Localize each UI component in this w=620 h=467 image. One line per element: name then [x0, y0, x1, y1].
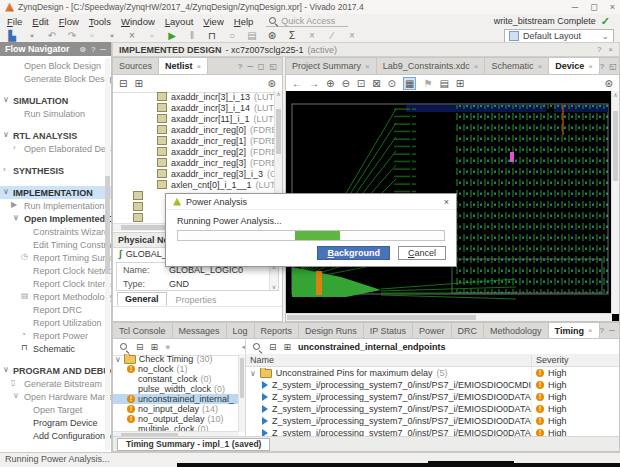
flow-item-open-target[interactable]: Open Target [0, 403, 111, 416]
schematic-toolbar-icon[interactable]: ⊓ [206, 30, 218, 41]
tree-item-constant-clock[interactable]: constant_clock(0) [113, 374, 245, 384]
search-icon[interactable] [119, 342, 129, 352]
forward-icon[interactable]: → [309, 78, 319, 89]
splitter-icon[interactable]: ◂ [241, 343, 245, 351]
search-icon[interactable] [252, 342, 262, 352]
flow-item-generate-block-design[interactable]: Generate Block Design [0, 72, 111, 85]
netlist-item[interactable]: axaddr_incr[3]_i_14(LUT3) [113, 102, 282, 113]
close-icon[interactable]: × [588, 326, 593, 335]
column-name[interactable]: Name [246, 355, 531, 365]
float-icon[interactable]: ◱ [269, 62, 277, 71]
tab-log[interactable]: Log [227, 323, 255, 338]
flow-item-report-power[interactable]: ◔Report Power [0, 329, 111, 342]
flow-section-simulation[interactable]: ∨SIMULATION [0, 94, 111, 107]
window-maximize-button[interactable]: ◻ [590, 2, 597, 12]
restore-icon[interactable]: ▫ [146, 30, 158, 41]
menu-layout[interactable]: Layout [160, 16, 199, 27]
float-icon[interactable]: ◱ [609, 62, 617, 71]
caret-down-icon[interactable]: ∨ [115, 355, 121, 364]
flow-item-run-implementation[interactable]: ▶Run Implementation [0, 199, 111, 212]
flow-item-report-methodology[interactable]: ▤Report Methodology [0, 290, 111, 303]
undo-icon[interactable]: ↶ [46, 30, 58, 41]
flow-section-synthesis[interactable]: ›SYNTHESIS [0, 164, 111, 177]
flow-item-generate-bitstream[interactable]: ▯Generate Bitstream [0, 377, 111, 390]
delete-icon[interactable]: × [126, 30, 138, 41]
tab-properties[interactable]: Properties [169, 294, 224, 306]
close-icon[interactable]: × [474, 62, 479, 71]
menu-edit[interactable]: Edit [27, 16, 53, 27]
zoom-out-icon[interactable]: ⊖ [341, 78, 349, 89]
tree-item-no-input-delay[interactable]: ! no_input_delay(14) [113, 404, 245, 414]
menu-help[interactable]: Help [229, 16, 259, 27]
flow-section-implementation[interactable]: ∨IMPLEMENTATION [0, 186, 111, 199]
quick-access-search[interactable]: Quick Access [266, 16, 348, 27]
expand-all-icon[interactable]: ⊞ [134, 78, 142, 89]
timing-summary-tab[interactable]: Timing Summary - impl_1 (saved) [117, 438, 270, 451]
layout-selector[interactable]: Default Layout ⌄ [504, 29, 614, 43]
tab-timing[interactable]: Timing× [549, 323, 600, 338]
tab-device[interactable]: Device× [549, 58, 600, 74]
close-icon[interactable]: × [365, 62, 370, 71]
tab-design-runs[interactable]: Design Runs [299, 323, 364, 338]
zoom-fit-icon[interactable]: ⊡ [357, 78, 365, 89]
open-project-icon[interactable]: ▙ [6, 30, 18, 41]
expand-all-icon[interactable]: ⊞ [284, 342, 292, 352]
flow-item-open-implemented-design[interactable]: ∨Open Implemented Design [0, 212, 111, 225]
flow-item-add-configuration-memory[interactable]: Add Configuration Memory [0, 429, 111, 442]
netlist-item[interactable]: axaddr_incr_reg[2](FDRE) [113, 146, 282, 157]
device-vertical-scrollbar[interactable]: ∧ [611, 91, 619, 314]
settings-gear-icon[interactable]: ⊛ [266, 30, 278, 41]
paste-icon[interactable]: ▪ [106, 30, 118, 41]
tree-item-no-output-delay[interactable]: ! no_output_delay(10) [113, 414, 245, 424]
tab-constraints-xdc[interactable]: Lab9_Constraints.xdc× [377, 58, 486, 74]
minimize-icon[interactable]: ─ [609, 326, 615, 335]
dialog-close-icon[interactable]: × [444, 197, 449, 207]
netlist-item[interactable]: axaddr_incr_reg[0](FDRE) [113, 124, 282, 135]
table-row[interactable]: Z_system_i/processing_system7_0/inst/PS7… [246, 415, 619, 427]
column-severity[interactable]: Severity [531, 355, 619, 365]
tab-schematic[interactable]: Schematic× [485, 58, 549, 74]
background-button[interactable]: Background [317, 246, 390, 260]
minimize-icon[interactable]: ─ [247, 62, 253, 71]
netlist-item[interactable]: axaddr_incr_reg[3](FDRE) [113, 157, 282, 168]
flow-nav-help-icon[interactable]: ? [91, 45, 95, 54]
help-icon[interactable]: ? [600, 326, 604, 335]
tree-item-no-clock[interactable]: ! no_clock(1) [113, 364, 245, 374]
save-icon[interactable]: ▪ [26, 30, 38, 41]
flow-nav-minimize-icon[interactable]: ─ [100, 45, 106, 54]
expand-all-icon[interactable]: ⊞ [151, 342, 159, 352]
menu-tools[interactable]: Tools [84, 16, 116, 27]
netlist-item[interactable]: axaddr_incr[11]_i_1(LUT2) [113, 113, 282, 124]
caret-down-icon[interactable]: ∨ [250, 369, 256, 378]
tree-item-pulse-width-clock[interactable]: pulse_width_clock(0) [113, 384, 245, 394]
device-horizontal-scrollbar[interactable] [286, 313, 612, 321]
gear-icon[interactable]: ⊛ [268, 78, 276, 89]
help-icon[interactable]: ? [600, 62, 604, 71]
close-icon[interactable]: × [588, 62, 593, 71]
cell-table-icon[interactable]: ▤ [439, 78, 448, 89]
tab-reports[interactable]: Reports [255, 323, 300, 338]
tab-netlist[interactable]: Netlist× [159, 58, 208, 74]
copy-icon[interactable]: ▫ [86, 30, 98, 41]
collapse-all-icon[interactable]: ⊟ [269, 342, 277, 352]
flow-navigator-scrollbar[interactable] [105, 58, 110, 450]
window-close-button[interactable]: × [610, 2, 615, 12]
flow-item-report-clock-networks[interactable]: Report Clock Networks [0, 264, 111, 277]
flow-item-report-utilization[interactable]: Report Utilization [0, 316, 111, 329]
tree-item-check-timing[interactable]: ∨ Check Timing(30) [113, 354, 245, 364]
menu-flow[interactable]: Flow [54, 16, 84, 27]
cancel-button[interactable]: Cancel [398, 246, 446, 260]
routing-resources-icon[interactable]: ▦ [403, 77, 416, 90]
net-properties-scrollbar[interactable]: ∧∨ [269, 263, 278, 290]
close-icon[interactable]: × [608, 45, 613, 54]
collapse-all-icon[interactable]: ⊟ [136, 342, 144, 352]
pin-table-icon[interactable]: ⊞ [456, 78, 464, 89]
flow-item-report-drc[interactable]: Report DRC [0, 303, 111, 316]
tab-ip-status[interactable]: IP Status [364, 323, 413, 338]
flow-item-run-simulation[interactable]: Run Simulation [0, 107, 111, 120]
tree-vertical-scrollbar[interactable] [238, 354, 245, 432]
netlist-item[interactable]: axlen_cnt[0]_i_1__1(LUT6) [113, 179, 282, 190]
report-icon[interactable]: ▤ [246, 30, 258, 41]
sigma-icon[interactable]: Σ [286, 30, 298, 41]
close-icon[interactable]: × [197, 62, 202, 71]
